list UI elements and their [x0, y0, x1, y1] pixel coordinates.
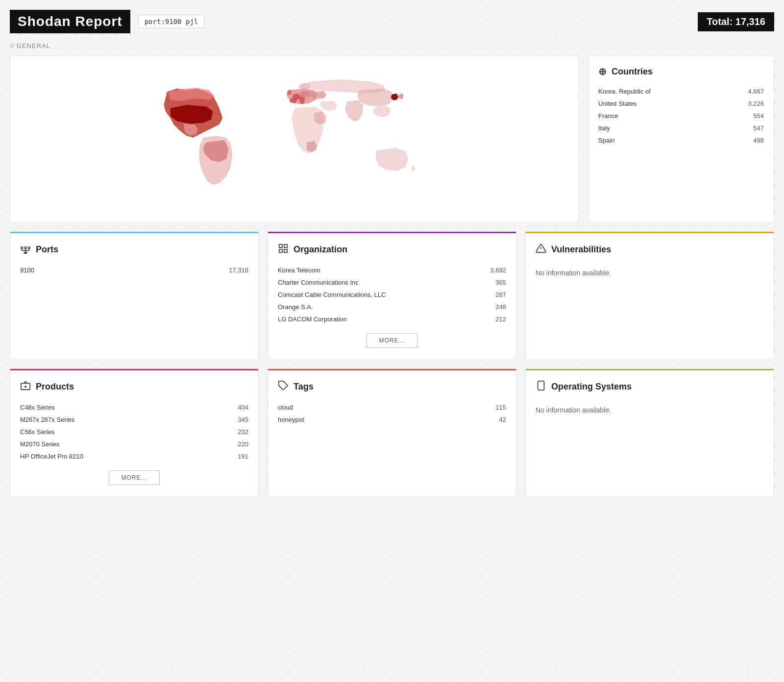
list-item: Orange S.A.248: [278, 301, 506, 313]
svg-rect-11: [284, 244, 287, 247]
tags-icon: [278, 380, 289, 393]
svg-rect-2: [24, 247, 26, 249]
middle-grid: Ports 910017,316 Organization Korea Tele…: [10, 232, 774, 360]
list-item: United States3,226: [598, 97, 764, 110]
countries-list: Korea, Republic of4,667United States3,22…: [598, 85, 764, 146]
ports-card: Ports 910017,316: [10, 232, 259, 360]
page-header: Shodan Report port:9100 pjl Total: 17,31…: [10, 10, 774, 33]
list-item: cloud115: [278, 401, 506, 414]
os-title: Operating Systems: [536, 380, 764, 393]
org-more-button[interactable]: MORE...: [367, 333, 417, 348]
products-more-button[interactable]: MORE...: [109, 470, 159, 485]
list-item: Italy547: [598, 122, 764, 134]
svg-rect-12: [279, 249, 282, 252]
os-card: Operating Systems No information availab…: [525, 369, 774, 497]
tags-list: cloud115honeypot42: [278, 401, 506, 426]
vuln-card: Vulnerabilities No information available…: [525, 232, 774, 360]
list-item: honeypot42: [278, 414, 506, 426]
list-item: 910017,316: [20, 264, 248, 276]
tags-card: Tags cloud115honeypot42: [268, 369, 516, 497]
list-item: Korea Telecom3,692: [278, 264, 506, 276]
vuln-title: Vulnerabilities: [536, 243, 764, 256]
svg-rect-20: [538, 381, 544, 390]
top-grid: ⊕ Countries Korea, Republic of4,667Unite…: [10, 55, 774, 223]
list-item: Spain498: [598, 134, 764, 146]
map-card: [10, 55, 579, 223]
svg-rect-3: [28, 247, 30, 249]
list-item: C56x Series232: [20, 426, 248, 438]
list-item: M2070 Series220: [20, 438, 248, 450]
countries-card: ⊕ Countries Korea, Republic of4,667Unite…: [588, 55, 774, 223]
svg-rect-13: [284, 249, 287, 252]
list-item: France554: [598, 110, 764, 122]
list-item: M267x 287x Series345: [20, 414, 248, 426]
ports-list: 910017,316: [20, 264, 248, 276]
countries-title: ⊕ Countries: [598, 66, 764, 77]
org-title: Organization: [278, 243, 506, 256]
ports-title: Ports: [20, 243, 248, 256]
tags-title: Tags: [278, 380, 506, 393]
list-item: Korea, Republic of4,667: [598, 85, 764, 97]
org-card: Organization Korea Telecom3,692Charter C…: [268, 232, 516, 360]
products-list: C48x Series404M267x 287x Series345C56x S…: [20, 401, 248, 463]
list-item: HP OfficeJet Pro 8210191: [20, 450, 248, 463]
query-badge: port:9100 pjl: [138, 15, 205, 28]
org-icon: [278, 243, 289, 256]
globe-icon: ⊕: [598, 66, 607, 77]
org-list: Korea Telecom3,692Charter Communications…: [278, 264, 506, 325]
os-no-info: No information available.: [536, 401, 764, 419]
ports-icon: [20, 243, 31, 256]
vuln-no-info: No information available.: [536, 264, 764, 282]
world-map: [20, 66, 569, 213]
svg-rect-9: [24, 252, 27, 253]
list-item: Charter Communications Inc365: [278, 276, 506, 289]
total-badge: Total: 17,316: [698, 12, 774, 31]
products-icon: [20, 380, 31, 393]
section-label-general: // GENERAL: [10, 42, 774, 49]
svg-rect-0: [147, 66, 441, 213]
list-item: Comcast Cable Communications, LLC287: [278, 289, 506, 301]
products-title: Products: [20, 380, 248, 393]
page-title: Shodan Report: [10, 10, 130, 33]
svg-rect-10: [279, 244, 282, 247]
os-icon: [536, 380, 546, 393]
list-item: C48x Series404: [20, 401, 248, 414]
svg-rect-1: [21, 247, 23, 249]
products-card: Products C48x Series404M267x 287x Series…: [10, 369, 259, 497]
vuln-icon: [536, 243, 546, 256]
bottom-grid: Products C48x Series404M267x 287x Series…: [10, 369, 774, 497]
header-left: Shodan Report port:9100 pjl: [10, 10, 204, 33]
list-item: LG DACOM Corporation212: [278, 313, 506, 325]
